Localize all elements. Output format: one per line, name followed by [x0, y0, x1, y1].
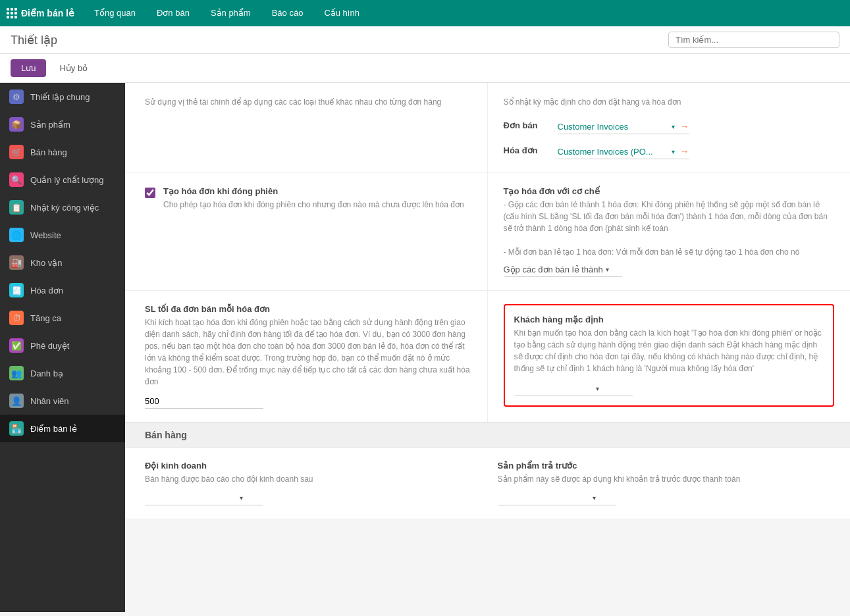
shift-icon: ⏱ [9, 311, 24, 325]
sl-toi-da-input[interactable] [145, 394, 263, 409]
invoice-icon: 🧾 [9, 283, 24, 297]
tao-hoa-don-right-desc: - Gộp các đơn bán lẻ thành 1 hóa đơn: Kh… [504, 199, 835, 258]
gear-icon: ⚙ [9, 90, 24, 104]
top-navigation: Điểm bán lẻ Tổng quan Đơn bán Sản phẩm B… [0, 0, 850, 26]
sidebar-label-phe-duyet: Phê duyệt [30, 341, 69, 351]
sidebar-item-tang-ca[interactable]: ⏱ Tăng ca [0, 304, 125, 332]
contact-icon: 👥 [9, 366, 24, 380]
doi-kinh-doanh-label: Đội kinh doanh [145, 461, 478, 471]
sidebar-item-website[interactable]: 🌐 Website [0, 221, 125, 249]
khach-hang-mac-dinh-desc: Khi bạn muốn tạo hóa đơn bằng cách là kí… [514, 327, 824, 374]
gop-dropdown-value: Gộp các đơn bán lẻ thành [504, 265, 603, 274]
sidebar-item-nhat-ky-cong-viec[interactable]: 📋 Nhật ký công việc [0, 193, 125, 221]
doi-kinh-doanh-dropdown[interactable]: ▾ [145, 493, 263, 505]
doi-kinh-doanh-dropdown-value [145, 493, 237, 503]
hoa-don-label: Hóa đơn [504, 145, 550, 155]
sidebar-label-quan-ly-chat-luong: Quản lý chất lượng [30, 175, 104, 185]
sidebar-item-kho-van[interactable]: 🏭 Kho vận [0, 249, 125, 276]
so-nhat-ky-section: Sổ nhật ký mặc định cho đơn đặt hàng và … [488, 83, 851, 172]
san-pham-tra-truoc-dropdown[interactable]: ▾ [498, 493, 616, 505]
page-header: Thiết lập [0, 26, 850, 54]
top-section-row: Sử dụng vị thẻ tài chính để áp dụng các … [125, 83, 850, 173]
ban-hang-section: Đội kinh doanh Bán hàng được báo cáo cho… [125, 448, 850, 519]
nav-san-pham[interactable]: Sản phẩm [203, 0, 259, 26]
sidebar-item-phe-duyet[interactable]: ✅ Phê duyệt [0, 332, 125, 359]
san-pham-tra-truoc-label: Sản phẩm trả trước [498, 461, 831, 471]
don-ban-ext-link-icon[interactable]: → [680, 121, 689, 132]
sidebar-item-hoa-don[interactable]: 🧾 Hóa đơn [0, 276, 125, 304]
nav-tong-quan[interactable]: Tổng quan [86, 0, 144, 26]
sidebar-item-danh-ba[interactable]: 👥 Danh bạ [0, 359, 125, 387]
sidebar-item-nhan-vien[interactable]: 👤 Nhân viên [0, 387, 125, 415]
don-ban-dropdown-arrow: ▾ [672, 123, 675, 130]
hoa-don-ext-link-icon[interactable]: → [680, 146, 689, 157]
don-ban-dropdown[interactable]: Customer Invoices ▾ → [558, 121, 689, 134]
staff-icon: 👤 [9, 394, 24, 408]
sidebar-label-san-pham: Sản phẩm [30, 120, 70, 130]
sidebar-item-diem-ban-le[interactable]: 🏪 Điểm bán lẻ [0, 415, 125, 442]
tao-hoa-don-checkbox-row: Tạo hóa đơn khi đóng phiên Cho phép tạo … [145, 186, 471, 211]
ban-hang-divider: Bán hàng [125, 423, 850, 448]
sl-toi-da-section: SL tối đa đơn bán mỗi hóa đơn Khi kích h… [125, 291, 488, 422]
gop-dropdown-arrow: ▾ [606, 266, 609, 273]
sidebar-label-thiet-lap-chung: Thiết lập chung [30, 92, 90, 102]
hoa-don-value: Customer Invoices (PO... [558, 147, 669, 157]
khach-hang-highlight-box: Khách hàng mặc định Khi bạn muốn tạo hóa… [504, 304, 835, 407]
don-ban-value: Customer Invoices [558, 122, 669, 132]
search-input[interactable] [668, 32, 839, 48]
ban-hang-divider-label: Bán hàng [145, 430, 187, 440]
nav-cau-hinh[interactable]: Cấu hình [316, 0, 367, 26]
web-icon: 🌐 [9, 228, 24, 242]
san-pham-tra-truoc-desc: Sản phẩm này sẽ được áp dụng khi khoản t… [498, 473, 831, 485]
tao-hoa-don-right: Tạo hóa đơn với cơ chế - Gộp các đơn bán… [488, 173, 851, 290]
third-section-row: SL tối đa đơn bán mỗi hóa đơn Khi kích h… [125, 291, 850, 423]
san-pham-tra-truoc-dropdown-arrow: ▾ [593, 494, 596, 501]
doi-kinh-doanh-desc: Bán hàng được báo cáo cho đội kinh doanh… [145, 473, 478, 485]
tao-hoa-don-left: Tạo hóa đơn khi đóng phiên Cho phép tạo … [125, 173, 488, 290]
cancel-button[interactable]: Hủy bỏ [51, 59, 95, 77]
doi-kinh-doanh-cell: Đội kinh doanh Bán hàng được báo cáo cho… [145, 461, 478, 505]
doi-kinh-doanh-dropdown-arrow: ▾ [240, 494, 243, 501]
don-ban-row: Đơn bán Customer Invoices ▾ → [504, 116, 835, 134]
tao-hoa-don-label: Tạo hóa đơn khi đóng phiên [163, 186, 464, 196]
action-bar: Lưu Hủy bỏ [0, 54, 850, 83]
khach-hang-mac-dinh-label: Khách hàng mặc định [514, 315, 824, 324]
khach-hang-dropdown[interactable]: ▾ [514, 384, 633, 396]
tao-hoa-don-right-label: Tạo hóa đơn với cơ chế [504, 186, 835, 196]
tao-hoa-don-checkbox[interactable] [145, 188, 155, 198]
app-logo[interactable]: Điểm bán lẻ [7, 8, 74, 18]
sidebar-label-diem-ban-le: Điểm bán lẻ [30, 424, 77, 434]
sidebar-item-thiet-lap-chung[interactable]: ⚙ Thiết lập chung [0, 83, 125, 111]
san-pham-tra-truoc-cell: Sản phẩm trả trước Sản phẩm này sẽ được … [498, 461, 831, 505]
warehouse-icon: 🏭 [9, 255, 24, 270]
pos-icon: 🏪 [9, 421, 24, 436]
sidebar-label-tang-ca: Tăng ca [30, 313, 61, 323]
don-ban-label: Đơn bán [504, 120, 550, 130]
main-layout: ⚙ Thiết lập chung 📦 Sản phẩm 🛒 Bán hàng … [0, 83, 850, 612]
nav-don-ban[interactable]: Đơn bán [149, 0, 198, 26]
sidebar-label-hoa-don: Hóa đơn [30, 286, 63, 295]
sidebar-item-ban-hang[interactable]: 🛒 Bán hàng [0, 138, 125, 166]
hoa-don-dropdown[interactable]: Customer Invoices (PO... ▾ → [558, 146, 689, 159]
so-nhat-ky-desc: Sổ nhật ký mặc định cho đơn đặt hàng và … [504, 96, 835, 108]
sidebar-item-san-pham[interactable]: 📦 Sản phẩm [0, 111, 125, 138]
approve-icon: ✅ [9, 338, 24, 353]
sidebar-label-kho-van: Kho vận [30, 258, 62, 268]
sidebar: ⚙ Thiết lập chung 📦 Sản phẩm 🛒 Bán hàng … [0, 83, 125, 612]
tax-section-left: Sử dụng vị thẻ tài chính để áp dụng các … [125, 83, 488, 172]
tao-hoa-don-text: Tạo hóa đơn khi đóng phiên Cho phép tạo … [163, 186, 464, 211]
sidebar-label-ban-hang: Bán hàng [30, 147, 67, 157]
log-icon: 📋 [9, 200, 24, 215]
tax-desc: Sử dụng vị thẻ tài chính để áp dụng các … [145, 96, 471, 108]
nav-bao-cao[interactable]: Báo cáo [264, 0, 311, 26]
cart-icon: 🛒 [9, 145, 24, 159]
main-content: Sử dụng vị thẻ tài chính để áp dụng các … [125, 83, 850, 612]
hoa-don-dropdown-arrow: ▾ [672, 148, 675, 155]
sidebar-item-quan-ly-chat-luong[interactable]: 🔍 Quản lý chất lượng [0, 166, 125, 193]
sidebar-label-website: Website [30, 230, 61, 240]
save-button[interactable]: Lưu [11, 59, 46, 77]
app-name: Điểm bán lẻ [21, 8, 74, 18]
grid-icon [7, 8, 17, 18]
sl-toi-da-desc: Khi kích hoạt tạo hóa đơn khi đóng phiên… [145, 317, 471, 388]
gop-dropdown[interactable]: Gộp các đơn bán lẻ thành ▾ [504, 265, 622, 277]
